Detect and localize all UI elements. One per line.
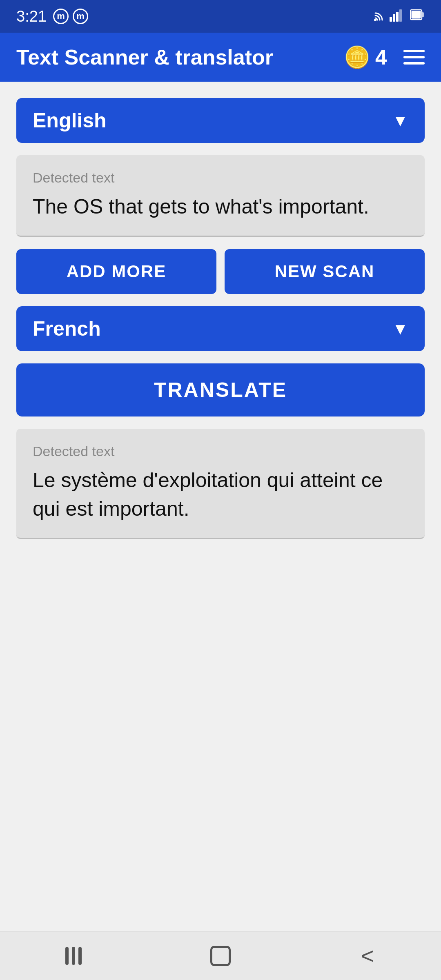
status-time: 3:21 — [16, 8, 47, 25]
source-detected-label: Detected text — [33, 170, 408, 186]
app-header: Text Scanner & translator 🪙 4 — [0, 33, 441, 82]
navigation-bar: < — [0, 931, 441, 980]
app-title: Text Scanner & translator — [16, 45, 344, 69]
target-language-dropdown[interactable]: French ▼ — [16, 306, 425, 351]
nav-line-2 — [72, 947, 75, 965]
coins-display: 🪙 4 — [344, 45, 387, 70]
nav-back-icon: < — [361, 944, 374, 967]
signal-icon — [390, 8, 404, 25]
target-language-label: French — [33, 317, 392, 341]
source-detected-text-box: Detected text The OS that gets to what's… — [16, 155, 425, 237]
source-detected-text: The OS that gets to what's important. — [33, 192, 408, 221]
wifi-icon — [367, 8, 384, 25]
status-bar: 3:21 m m — [0, 0, 441, 33]
target-detected-label: Detected text — [33, 443, 408, 459]
nav-back-button[interactable]: < — [343, 940, 392, 972]
svg-rect-4 — [399, 9, 402, 22]
svg-rect-1 — [390, 17, 392, 22]
main-content: English ▼ Detected text The OS that gets… — [0, 82, 441, 931]
source-language-label: English — [33, 109, 392, 132]
status-left: 3:21 m m — [16, 8, 88, 25]
source-language-dropdown[interactable]: English ▼ — [16, 98, 425, 143]
svg-point-0 — [374, 19, 376, 21]
coins-count: 4 — [375, 45, 387, 69]
add-more-button[interactable]: ADD MORE — [16, 249, 216, 294]
target-dropdown-arrow: ▼ — [392, 320, 408, 338]
menu-button[interactable] — [403, 50, 425, 65]
action-buttons-row: ADD MORE NEW SCAN — [16, 249, 425, 294]
hamburger-line-3 — [403, 62, 425, 65]
svg-rect-3 — [396, 12, 399, 22]
hamburger-line-1 — [403, 50, 425, 52]
nav-home-button[interactable] — [196, 940, 245, 972]
svg-rect-2 — [393, 14, 395, 22]
hamburger-line-2 — [403, 56, 425, 58]
target-detected-text: Le système d'exploitation qui atteint ce… — [33, 466, 408, 523]
app-icon-1: m — [53, 9, 69, 24]
status-right — [367, 8, 425, 25]
app-icon-2: m — [73, 9, 88, 24]
new-scan-button[interactable]: NEW SCAN — [225, 249, 425, 294]
nav-menu-icon — [65, 947, 82, 965]
source-dropdown-arrow: ▼ — [392, 111, 408, 130]
translate-button[interactable]: TRANSLATE — [16, 363, 425, 416]
status-app-icons: m m — [53, 9, 88, 24]
target-detected-text-box: Detected text Le système d'exploitation … — [16, 429, 425, 539]
nav-line-1 — [65, 947, 69, 965]
coins-icon: 🪙 — [344, 45, 370, 70]
nav-menu-button[interactable] — [49, 940, 98, 972]
nav-line-3 — [78, 947, 82, 965]
battery-icon — [410, 8, 425, 25]
svg-rect-6 — [422, 12, 424, 17]
nav-home-icon — [210, 946, 231, 966]
svg-rect-7 — [412, 11, 421, 19]
